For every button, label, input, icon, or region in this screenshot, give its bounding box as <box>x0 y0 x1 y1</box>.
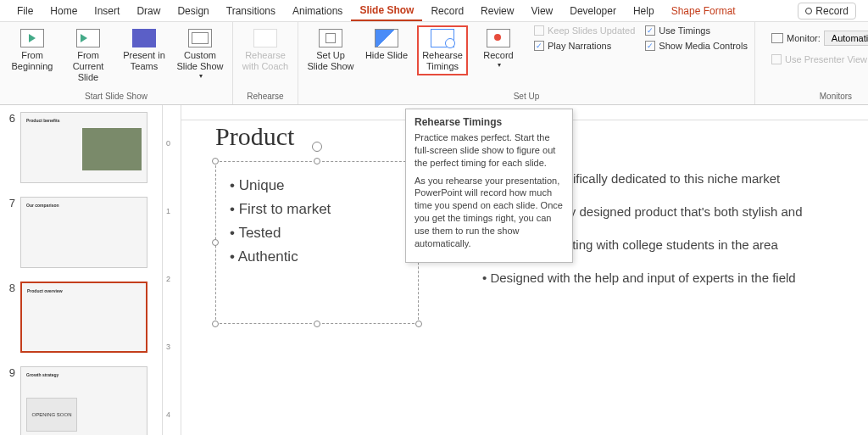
slide-thumbnails-panel[interactable]: 6Product benefits 7Our comparison 8Produ… <box>0 105 163 435</box>
rehearse-timings-tooltip: Rehearse Timings Practice makes perfect.… <box>405 109 573 263</box>
tab-review[interactable]: Review <box>472 2 522 20</box>
tab-slide-show[interactable]: Slide Show <box>351 1 422 21</box>
teams-icon <box>132 29 156 47</box>
bullet-item: Designed with the help and input of expe… <box>482 270 803 285</box>
resize-handle[interactable] <box>212 158 219 165</box>
show-media-controls-checkbox[interactable]: ✓Show Media Controls <box>645 41 748 51</box>
set-up-slide-show-button[interactable]: Set Up Slide Show <box>305 25 356 75</box>
rehearse-timings-button[interactable]: Rehearse Timings <box>417 25 468 75</box>
use-presenter-view-checkbox: Use Presenter View <box>771 54 867 64</box>
thumb-number: 9 <box>3 366 15 379</box>
record-dot-icon <box>805 8 812 14</box>
tab-animations[interactable]: Animations <box>284 2 351 20</box>
bullet-item[interactable]: Unique <box>230 177 404 194</box>
record-label: Record <box>815 5 849 17</box>
play-from-icon <box>76 29 100 47</box>
coach-icon <box>253 29 277 47</box>
keep-slides-updated-checkbox: Keep Slides Updated <box>534 25 635 36</box>
record-dropdown-button[interactable]: Record▾ <box>473 25 524 73</box>
vertical-ruler: 0 1 2 3 4 <box>163 105 181 435</box>
tooltip-title: Rehearse Timings <box>415 116 564 128</box>
group-label: Start Slide Show <box>85 92 147 103</box>
slide-thumbnail[interactable]: Product overview <box>20 282 147 353</box>
play-icon <box>20 29 44 47</box>
thumb-number: 8 <box>3 282 15 294</box>
rehearse-timings-icon <box>431 29 454 47</box>
tab-shape-format[interactable]: Shape Format <box>663 2 744 20</box>
monitor-icon <box>771 33 783 43</box>
tab-design[interactable]: Design <box>169 2 217 20</box>
record-icon <box>487 29 510 47</box>
monitor-label: Monitor: <box>787 33 821 43</box>
ribbon: From Beginning From Current Slide Presen… <box>0 22 868 105</box>
group-label: Set Up <box>514 92 540 103</box>
tab-file[interactable]: File <box>8 2 42 20</box>
monitor-select[interactable]: Automatic <box>824 31 868 46</box>
thumb-number: 7 <box>3 197 15 209</box>
play-narrations-checkbox[interactable]: ✓Play Narrations <box>534 41 635 51</box>
bullet-item[interactable]: First to market <box>230 201 404 218</box>
group-monitors: Monitor: Automatic Use Presenter View Mo… <box>755 22 868 104</box>
rehearse-with-coach-button: Rehearse with Coach <box>240 25 291 75</box>
thumb-number: 6 <box>3 112 15 125</box>
custom-slide-show-button[interactable]: Custom Slide Show▾ <box>175 25 225 84</box>
rotate-handle[interactable] <box>312 142 322 152</box>
bullet-item[interactable]: Tested <box>230 225 404 242</box>
tab-developer[interactable]: Developer <box>561 2 625 20</box>
resize-handle[interactable] <box>415 321 422 327</box>
group-label: Rehearse <box>247 92 283 103</box>
menu-bar: File Home Insert Draw Design Transitions… <box>0 0 868 22</box>
tab-insert[interactable]: Insert <box>86 2 128 20</box>
group-start-slideshow: From Beginning From Current Slide Presen… <box>0 22 233 104</box>
slide-thumbnail[interactable]: Product benefits <box>20 112 147 183</box>
use-timings-checkbox[interactable]: ✓Use Timings <box>645 25 748 36</box>
slide-thumbnail[interactable]: Our comparison <box>20 197 147 268</box>
group-label: Monitors <box>820 92 852 103</box>
tab-view[interactable]: View <box>522 2 561 20</box>
resize-handle[interactable] <box>212 239 219 246</box>
group-set-up: Set Up Slide Show Hide Slide Rehearse Ti… <box>298 22 755 104</box>
tab-transitions[interactable]: Transitions <box>218 2 284 20</box>
tab-record[interactable]: Record <box>422 2 472 20</box>
record-button[interactable]: Record <box>798 3 856 20</box>
tab-draw[interactable]: Draw <box>128 2 169 20</box>
tooltip-text: As you rehearse your presentation, Power… <box>415 175 564 250</box>
tab-help[interactable]: Help <box>625 2 663 20</box>
chevron-down-icon: ▾ <box>498 61 501 70</box>
slide-thumbnail[interactable]: Growth strategyOPENING SOON <box>20 366 147 435</box>
resize-handle[interactable] <box>212 321 219 327</box>
resize-handle[interactable] <box>314 158 320 165</box>
tab-home[interactable]: Home <box>42 2 86 20</box>
hide-slide-icon <box>375 29 398 47</box>
tooltip-text: Practice makes perfect. Start the full-s… <box>415 131 564 170</box>
from-beginning-button[interactable]: From Beginning <box>7 25 58 75</box>
chevron-down-icon: ▾ <box>199 72 203 81</box>
setup-icon <box>319 29 342 47</box>
custom-show-icon <box>188 29 212 47</box>
bullet-item[interactable]: Authentic <box>230 248 404 265</box>
text-frame[interactable]: Unique First to market Tested Authentic <box>215 161 419 324</box>
group-rehearse: Rehearse with Coach Rehearse <box>233 22 298 104</box>
present-in-teams-button[interactable]: Present in Teams <box>119 25 170 75</box>
from-current-slide-button[interactable]: From Current Slide <box>63 25 114 87</box>
hide-slide-button[interactable]: Hide Slide <box>361 25 412 64</box>
resize-handle[interactable] <box>314 321 320 327</box>
